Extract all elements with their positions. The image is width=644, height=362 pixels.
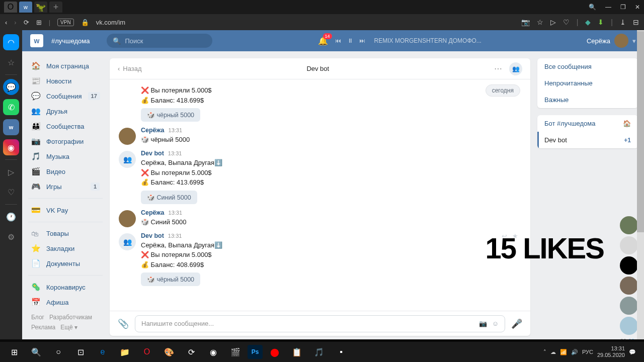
msg-button[interactable]: 🎲 чёрный 5000 [141,108,200,122]
camera-icon[interactable]: 📷 [479,320,487,327]
nav-forward[interactable]: › [14,19,16,26]
sidebar-item[interactable]: 🦠Коронавирус [28,280,103,295]
screenshot-icon[interactable]: 📷 [521,18,530,26]
sidebar-item[interactable]: 🎵Музыка [28,149,103,164]
back-button[interactable]: ‹ Назад [118,65,142,72]
friend-bubble[interactable] [620,256,638,275]
msg-avatar[interactable] [119,128,136,145]
filter-item[interactable]: Важные [537,92,638,108]
tb-app1[interactable]: 🎨 [159,343,179,361]
tb-app4[interactable]: 📋 [287,343,307,361]
user-menu[interactable]: Серёжа ▾ [587,34,636,48]
sidebar-icon[interactable]: ⊟ [633,18,639,26]
chat-options-button[interactable]: ⋯ [494,64,503,73]
chat-item[interactable]: Бот #лучшедома🏠 [537,115,638,132]
msg-button[interactable]: 🎲 чёрный 5000 [141,273,200,286]
cortana-button[interactable]: ○ [48,343,68,361]
prev-track-icon[interactable]: ⏮ [335,37,341,44]
tb-record[interactable]: ⬤ [265,343,285,361]
tray-up-icon[interactable]: ˄ [543,349,546,355]
url-text[interactable]: vk.com/im [96,19,514,26]
ext-icon-1[interactable]: ◆ [585,18,591,26]
clock[interactable]: 13:31 29.05.2020 [597,345,625,358]
tb-ps[interactable]: Ps [248,345,263,359]
sidebar-item[interactable]: 📰Новости [28,73,103,88]
speed-dial-icon[interactable]: ⊞ [36,19,42,26]
sidebar-item[interactable]: 📄Документы [28,256,103,271]
dock-play[interactable]: ▷ [3,164,19,180]
dock-whatsapp[interactable]: ✆ [3,99,19,115]
dock-spaces[interactable]: ☆ [3,54,19,70]
friend-bubble[interactable] [620,277,638,295]
msg-sender[interactable]: Серёжа13:31 [141,127,521,134]
emoji-icon[interactable]: ☺ [492,320,499,327]
friend-bubble[interactable] [620,317,638,335]
notification-center[interactable]: 💬 [629,349,636,355]
start-button[interactable]: ⊞ [4,343,24,361]
tb-cmd[interactable]: ▪ [331,343,351,361]
sidebar-item[interactable]: 👥Друзья [28,104,103,119]
footer-link[interactable]: Реклама [31,324,55,331]
footer-link[interactable]: Ещё ▾ [60,324,77,331]
sidebar-item[interactable]: 💳VK Pay [28,203,103,218]
tb-opera[interactable]: O [137,343,157,361]
sidebar-item[interactable]: 🏠Моя страница [28,58,103,73]
tray-cloud-icon[interactable]: ☁ [550,349,556,355]
vk-hashtag[interactable]: #лучшедома [51,37,90,45]
scrollbar[interactable] [637,30,644,339]
tab-opera[interactable]: O [4,2,17,13]
bookmark-icon[interactable]: ☆ [537,18,543,26]
tab-3[interactable]: 🦖 [34,2,47,13]
friend-bubble[interactable] [620,297,638,315]
pause-icon[interactable]: ⏸ [347,37,353,44]
vk-logo[interactable]: w [30,34,43,47]
heart-icon[interactable]: ♡ [563,18,570,26]
msg-sender[interactable]: Dev bot13:31 [141,232,521,239]
song-title[interactable]: REMIX MORGENSHTERN ДОМОФО... [374,37,481,44]
search-icon[interactable]: 🔍 [589,4,596,11]
messages-list[interactable]: сегодня ❌ Вы потеряли 5.000$💰 Баланс: 41… [110,79,530,311]
minimize-button[interactable]: — [605,4,611,11]
sidebar-item[interactable]: 🛍Товары [28,226,103,241]
tb-itunes[interactable]: 🎵 [309,343,329,361]
footer-link[interactable]: Блог [31,314,44,321]
dock-messenger[interactable]: 💬 [3,79,19,95]
dock-settings[interactable]: ⚙ [3,229,19,245]
new-tab-button[interactable]: + [49,2,62,13]
msg-avatar[interactable] [119,210,136,227]
friend-bubble[interactable] [620,236,638,254]
next-track-icon[interactable]: ⏭ [359,37,365,44]
tb-edge[interactable]: e [93,343,113,361]
attach-button[interactable]: 📎 [118,318,129,329]
downloads-icon[interactable]: ⤓ [620,18,626,26]
search-button[interactable]: 🔍 [26,343,46,361]
dock-heart[interactable]: ♡ [3,184,19,200]
msg-avatar[interactable]: 👥 [119,151,136,168]
tb-explorer[interactable]: 📁 [115,343,135,361]
send-icon[interactable]: ▷ [550,18,556,26]
tray-wifi-icon[interactable]: 📶 [560,349,567,355]
reload-icon[interactable]: ⟳ [24,19,29,26]
sidebar-item[interactable]: 📅Афиша [28,295,103,310]
message-input[interactable]: Напишите сообщение... 📷 ☺ [135,315,505,332]
sidebar-item[interactable]: ⭐Закладки [28,241,103,256]
sidebar-item[interactable]: 📷Фотографии [28,134,103,149]
filter-item[interactable]: Все сообщения [537,58,638,75]
dock-instagram[interactable]: ◉ [3,139,19,155]
footer-link[interactable]: Разработчикам [49,314,92,321]
filter-item[interactable]: Непрочитанные [537,75,638,92]
msg-button[interactable]: 🎲 Синий 5000 [141,191,197,204]
sidebar-item[interactable]: 💬Сообщения17 [28,88,103,104]
sidebar-item[interactable]: 🎮Игры1 [28,179,103,194]
chat-members-button[interactable]: 👥 [509,62,522,75]
sidebar-item[interactable]: 👪Сообщества [28,119,103,134]
vpn-badge[interactable]: VPN [57,19,74,26]
tb-app2[interactable]: ⟳ [181,343,201,361]
voice-button[interactable]: 🎤 [511,318,522,329]
taskview-button[interactable]: ⊡ [70,343,91,361]
tb-steam[interactable]: ◉ [203,343,223,361]
msg-sender[interactable]: Серёжа13:31 [141,209,521,216]
maximize-button[interactable]: ❐ [620,4,626,11]
dock-history[interactable]: 🕐 [3,209,19,225]
dock-vk[interactable]: w [3,119,19,135]
